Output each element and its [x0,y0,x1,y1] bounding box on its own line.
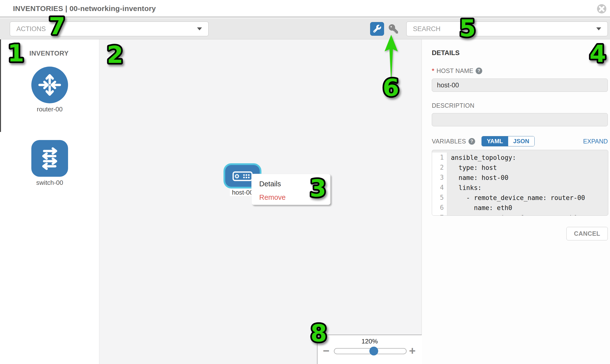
host-server-icon [233,171,253,182]
description-input[interactable] [432,113,608,126]
context-menu-item-remove[interactable]: Remove [252,191,330,204]
zoom-slider-thumb[interactable] [369,347,378,355]
router-icon [31,66,68,103]
line-number: 3 [432,173,447,182]
details-panel: DETAILS * HOST NAME ? DESCRIPTION VARIAB… [422,39,610,364]
host-name-label: HOST NAME [436,67,473,74]
palette-item-label: switch-00 [0,179,99,186]
zoom-out-button[interactable]: − [323,346,329,356]
variables-code-editor[interactable]: 1 ansible_topology: 2 type: host 3 name:… [432,150,608,216]
zoom-in-button[interactable]: + [409,346,416,356]
palette-item-router[interactable]: router-00 [0,66,99,113]
chevron-down-icon [197,27,202,30]
line-text: ansible_topology: [447,154,516,161]
line-text: - remote_device_name: router-00 [447,194,585,201]
variables-format-toggle: YAML JSON [481,136,535,146]
line-number: 5 [432,193,447,203]
required-asterisk: * [432,67,434,75]
line-number: 2 [432,163,447,173]
line-text: links: [447,184,481,191]
palette-item-label: router-00 [0,105,99,113]
switch-icon [31,140,68,177]
title-bar: INVENTORIES | 00-networking-inventory [0,0,610,17]
line-number: 4 [432,182,447,193]
inventory-sidebar: INVENTORY router-00 switch-00 [0,39,99,364]
host-name-input[interactable] [432,78,608,92]
line-number: 1 [432,153,447,163]
description-label: DESCRIPTION [432,102,474,109]
code-line: 5 - remote_device_name: router-00 [432,193,608,203]
cancel-button[interactable]: CANCEL [566,227,608,240]
sidebar-heading: INVENTORY [29,50,69,57]
zoom-control: 120% − + [317,335,422,364]
line-number: 7 [432,213,447,216]
search-dropdown[interactable]: SEARCH [406,22,608,36]
line-text: name: eth0 [447,204,512,211]
key-credentials-button[interactable] [388,24,399,34]
key-icon [389,24,398,34]
zoom-level-label: 120% [317,338,422,345]
page-title: INVENTORIES | 00-networking-inventory [13,4,156,13]
code-line: 7 remote_interface_name: eth0 [432,213,608,216]
tools-button[interactable] [370,22,384,36]
toolbar: ACTIONS SEARCH [0,18,610,39]
tab-json[interactable]: JSON [508,136,534,146]
help-icon[interactable]: ? [476,67,482,74]
tab-yaml[interactable]: YAML [482,136,508,146]
node-context-menu: Details Remove [251,174,330,205]
help-icon[interactable]: ? [468,138,475,145]
wrench-icon [373,25,381,33]
search-dropdown-label: SEARCH [413,25,441,33]
palette-item-switch[interactable]: switch-00 [0,140,99,186]
chevron-down-icon [596,27,601,30]
code-line: 3 name: host-00 [432,173,608,182]
close-button[interactable] [597,4,607,14]
close-icon [597,11,607,15]
line-text: type: host [447,164,497,171]
topology-canvas[interactable]: host-00 Details Remove 120% − + [100,39,422,364]
code-line: 1 ansible_topology: [432,153,608,163]
zoom-slider-track[interactable] [334,348,407,354]
line-text: remote_interface_name: eth0 [447,214,577,216]
expand-link[interactable]: EXPAND [583,138,608,145]
context-menu-item-details[interactable]: Details [252,177,330,191]
line-text: name: host-00 [447,174,508,182]
line-number: 6 [432,203,447,213]
variables-label: VARIABLES [432,138,466,145]
code-line: 4 links: [432,182,608,193]
actions-dropdown-label: ACTIONS [16,25,46,33]
code-line: 2 type: host [432,163,608,173]
details-heading: DETAILS [432,49,608,57]
code-line: 6 name: eth0 [432,203,608,213]
actions-dropdown[interactable]: ACTIONS [10,22,208,36]
